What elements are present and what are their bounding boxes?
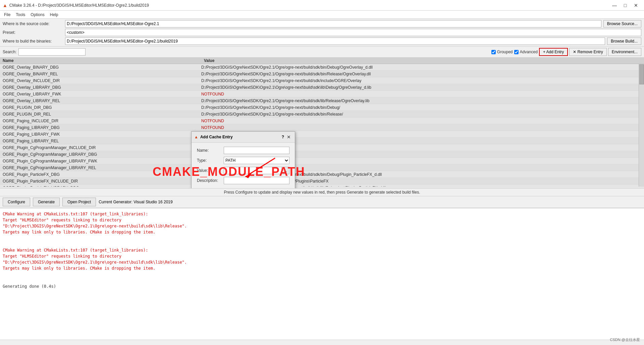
output-line (3, 277, 641, 283)
watermark: CSDN @去往水星 (610, 337, 640, 342)
menu-tools[interactable]: Tools (13, 12, 28, 18)
configure-button[interactable]: Configure (3, 198, 30, 206)
output-line: "D:\Project\3DGIS\OgreNextSDK\Ogre2.1\Og… (3, 259, 641, 265)
description-field[interactable] (224, 177, 289, 184)
source-label: Where is the source code: (3, 21, 63, 26)
dialog-body: Name: Type: PATH BOOL FILEPATH STRING IN… (192, 143, 295, 188)
app-icon: ▲ (3, 3, 7, 8)
open-project-button[interactable]: Open Project (62, 198, 96, 206)
menu-bar: File Tools Options Help (0, 11, 644, 19)
dialog-overlay: CMAKE_MODULE_PATH ▲ Add Cache Entry ? ✕ (0, 58, 644, 188)
status-bar: Press Configure to update and display ne… (0, 188, 644, 196)
preset-input[interactable] (65, 29, 641, 36)
dialog-icon: ▲ (194, 135, 198, 139)
add-entry-button[interactable]: + Add Entry (539, 48, 568, 56)
window-title: CMake 3.26.4 - D:/Project/3DGIS/HLMSEdit… (9, 3, 149, 8)
bottom-toolbar: Configure Generate Open Project Current … (0, 196, 644, 208)
name-field[interactable] (224, 147, 289, 154)
description-field-label: Description: (197, 178, 224, 183)
status-text: Press Configure to update and display ne… (224, 190, 420, 195)
output-line: CMake Warning at CMakeLists.txt:107 (tar… (3, 211, 641, 217)
output-line: Target "HLMSEditor" requests linking to … (3, 253, 641, 259)
menu-options[interactable]: Options (28, 12, 47, 18)
maximize-button[interactable]: □ (620, 1, 631, 9)
toolbar: Where is the source code: Browse Source.… (0, 19, 644, 47)
preset-label: Preset: (3, 30, 63, 35)
search-input[interactable] (18, 48, 86, 56)
type-select[interactable]: PATH BOOL FILEPATH STRING INTERNAL (224, 157, 289, 164)
value-browse-button[interactable]: ... (281, 167, 289, 174)
grouped-label[interactable]: Grouped (497, 50, 513, 54)
horizontal-scrollbar[interactable] (0, 340, 644, 345)
value-field[interactable] (224, 167, 281, 174)
output-line: "D:\Project\3DGIS\OgreNextSDK\Ogre2.1\Og… (3, 223, 641, 229)
output-line: Target "HLMSEditor" requests linking to … (3, 217, 641, 223)
output-area: CMake Warning at CMakeLists.txt:107 (tar… (0, 208, 644, 340)
browse-build-button[interactable]: Browse Build... (607, 38, 641, 45)
table-container: Name Value OGRE_Overlay_BINARY_DBGD:/Pro… (0, 58, 644, 188)
source-input[interactable] (65, 20, 601, 27)
generate-button[interactable]: Generate (33, 198, 60, 206)
value-field-label: Value: (197, 168, 224, 173)
advanced-checkbox[interactable] (514, 50, 519, 54)
dialog-title-text: Add Cache Entry (200, 135, 233, 139)
output-line (3, 271, 641, 277)
output-line (3, 235, 641, 241)
title-bar: ▲ CMake 3.26.4 - D:/Project/3DGIS/HLMSEd… (0, 0, 644, 11)
name-field-label: Name: (197, 148, 224, 153)
search-label: Search: (3, 50, 16, 54)
binaries-input[interactable] (65, 38, 605, 45)
output-line: Generating done (0.4s) (3, 283, 641, 289)
add-cache-entry-dialog: ▲ Add Cache Entry ? ✕ Name: Type: (191, 131, 295, 188)
close-button[interactable]: ✕ (631, 1, 641, 9)
output-line: CMake Warning at CMakeLists.txt:107 (tar… (3, 247, 641, 253)
remove-entry-button[interactable]: ✕ Remove Entry (569, 48, 606, 56)
dialog-help-icon: ? (282, 135, 284, 139)
output-line: Targets may link only to libraries. CMak… (3, 265, 641, 271)
dialog-title-bar: ▲ Add Cache Entry ? ✕ (192, 132, 295, 143)
dialog-close-button[interactable]: ✕ (285, 134, 292, 140)
grouped-checkbox[interactable] (491, 50, 496, 54)
generator-label: Current Generator: Visual Studio 16 2019 (99, 200, 173, 204)
menu-help[interactable]: Help (47, 12, 61, 18)
binaries-label: Where to build the binaries: (3, 39, 63, 44)
menu-file[interactable]: File (1, 12, 13, 18)
type-field-label: Type: (197, 158, 224, 163)
browse-source-button[interactable]: Browse Source... (603, 20, 641, 27)
output-line (3, 241, 641, 247)
environment-button[interactable]: Environment... (608, 48, 641, 56)
advanced-label[interactable]: Advanced (520, 50, 538, 54)
search-row: Search: Grouped Advanced + Add Entry ✕ R… (0, 47, 644, 58)
output-line: Targets may link only to libraries. CMak… (3, 229, 641, 235)
minimize-button[interactable]: — (609, 1, 620, 9)
